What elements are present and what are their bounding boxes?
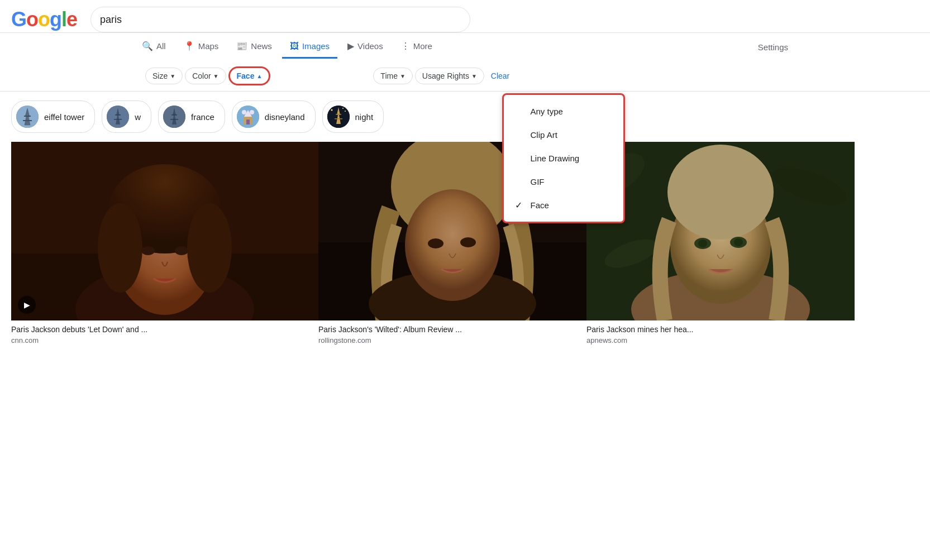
face-option-label: Face [531, 200, 549, 210]
svg-rect-6 [115, 114, 121, 116]
chip-disneyland-label: disneyland [265, 112, 305, 122]
tab-all[interactable]: 🔍 All [134, 35, 174, 59]
svg-rect-20 [336, 114, 341, 115]
chips-row: eiffel tower w france [0, 92, 930, 142]
chip-night-label: night [355, 112, 374, 122]
dropdown-item-face[interactable]: ✓ Face [504, 193, 623, 217]
dropdown-item-gif[interactable]: GIF [504, 170, 623, 193]
svg-rect-58 [586, 142, 855, 320]
size-arrow-icon: ▼ [170, 73, 175, 79]
chip-disneyland[interactable]: disneyland [232, 100, 316, 133]
svg-point-16 [242, 110, 246, 114]
logo-letter-o2: o [38, 8, 50, 31]
images-grid: ▶ Paris Jackson debuts 'Let Down' and ..… [0, 142, 930, 344]
svg-point-17 [250, 110, 254, 114]
chip-avatar-france [163, 106, 185, 128]
face-filter[interactable]: Face ▲ [228, 66, 271, 85]
usage-rights-arrow-icon: ▼ [471, 73, 477, 79]
svg-rect-21 [335, 118, 342, 119]
svg-rect-2 [24, 116, 31, 117]
tab-maps-label: Maps [198, 41, 219, 51]
color-arrow-icon: ▼ [213, 73, 219, 79]
gif-checkmark [515, 176, 524, 186]
chip-w-label: w [135, 112, 141, 122]
search-input[interactable] [90, 7, 470, 32]
google-logo[interactable]: Google [11, 8, 77, 31]
chip-eiffel-tower-label: eiffel tower [44, 112, 84, 122]
images-icon: 🖼 [290, 41, 299, 51]
tab-more-label: More [413, 41, 432, 51]
dropdown-item-any-type[interactable]: Any type [504, 99, 623, 123]
chip-avatar-night [327, 106, 350, 128]
tab-news[interactable]: 📰 News [228, 35, 280, 59]
image-card-1[interactable]: ▶ Paris Jackson debuts 'Let Down' and ..… [11, 142, 318, 344]
clip-art-checkmark [515, 130, 524, 140]
svg-rect-11 [170, 119, 178, 120]
color-filter[interactable]: Color ▼ [185, 68, 226, 84]
gif-label: GIF [531, 177, 545, 186]
header: Google [0, 0, 930, 33]
dropdown-item-clip-art[interactable]: Clip Art [504, 123, 623, 146]
line-drawing-label: Line Drawing [531, 154, 580, 163]
clip-art-label: Clip Art [531, 130, 557, 140]
face-dropdown: Any type Clip Art Line Drawing GIF ✓ Fac… [502, 93, 625, 223]
tab-videos[interactable]: ▶ Videos [340, 35, 391, 59]
search-icon: 🔍 [142, 41, 153, 51]
time-label: Time [380, 71, 398, 80]
chip-avatar-disney [237, 106, 259, 128]
image-source-1: cnn.com [11, 336, 318, 344]
image-caption-1: Paris Jackson debuts 'Let Down' and ... [11, 320, 318, 336]
svg-point-23 [345, 111, 346, 112]
face-label: Face [237, 71, 255, 80]
chip-w[interactable]: w [102, 100, 151, 133]
size-label: Size [152, 71, 168, 80]
clear-button[interactable]: Clear [487, 68, 514, 84]
svg-rect-10 [171, 114, 177, 116]
color-label: Color [192, 71, 211, 80]
search-bar-container [90, 7, 470, 32]
line-drawing-checkmark [515, 153, 524, 163]
chip-eiffel-tower[interactable]: eiffel tower [11, 100, 95, 133]
time-filter[interactable]: Time ▼ [373, 68, 413, 84]
chip-france[interactable]: france [158, 100, 225, 133]
image-card-3[interactable]: Paris Jackson mines her hea... apnews.co… [586, 142, 855, 344]
tab-more[interactable]: ⋮ More [393, 35, 440, 59]
svg-rect-15 [246, 119, 250, 125]
maps-icon: 📍 [184, 41, 195, 51]
svg-point-22 [331, 109, 332, 111]
tab-videos-label: Videos [357, 41, 383, 51]
size-filter[interactable]: Size ▼ [145, 68, 183, 84]
tab-maps[interactable]: 📍 Maps [176, 35, 227, 59]
settings-link[interactable]: Settings [750, 37, 796, 58]
usage-rights-label: Usage Rights [422, 71, 469, 80]
time-arrow-icon: ▼ [400, 73, 406, 79]
tab-all-label: All [156, 41, 166, 51]
usage-rights-filter[interactable]: Usage Rights ▼ [415, 68, 484, 84]
image-caption-2: Paris Jackson's 'Wilted': Album Review .… [318, 320, 586, 336]
svg-rect-7 [114, 119, 122, 120]
dropdown-item-line-drawing[interactable]: Line Drawing [504, 146, 623, 170]
nav-tabs: 🔍 All 📍 Maps 📰 News 🖼 Images ▶ Videos ⋮ … [0, 33, 930, 61]
chip-night[interactable]: night [322, 100, 384, 133]
chip-avatar-paris [107, 106, 129, 128]
logo-letter-g: G [11, 8, 26, 31]
news-icon: 📰 [236, 41, 247, 51]
image-3 [586, 142, 855, 320]
face-arrow-icon: ▲ [256, 73, 262, 79]
image-caption-3: Paris Jackson mines her hea... [586, 320, 855, 336]
face-dropdown-menu: Any type Clip Art Line Drawing GIF ✓ Fac… [502, 93, 625, 223]
face-filter-wrapper: Face ▲ Any type Clip Art Line Drawing [228, 66, 271, 85]
face-checkmark: ✓ [515, 200, 524, 210]
chip-avatar-eiffel [16, 106, 39, 128]
svg-point-24 [342, 108, 344, 109]
play-button-1[interactable]: ▶ [18, 296, 36, 314]
filter-bar: Size ▼ Color ▼ Face ▲ Any type Clip Art [0, 61, 930, 92]
any-type-checkmark [515, 106, 524, 116]
logo-letter-e: e [66, 8, 77, 31]
tab-images-label: Images [302, 41, 330, 51]
more-dots-icon: ⋮ [401, 41, 410, 51]
tab-images[interactable]: 🖼 Images [282, 36, 337, 59]
image-source-2: rollingstone.com [318, 336, 586, 344]
logo-letter-g2: g [50, 8, 61, 31]
videos-icon: ▶ [347, 41, 354, 51]
